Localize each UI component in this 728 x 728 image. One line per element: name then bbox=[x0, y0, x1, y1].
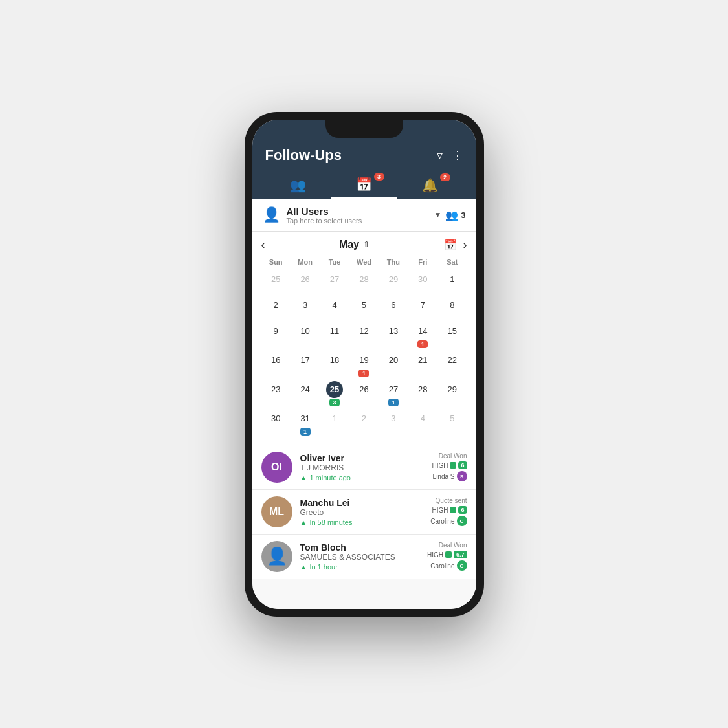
header-actions: ▿ ⋮ bbox=[437, 148, 463, 162]
cal-cell[interactable]: 23 bbox=[261, 380, 291, 408]
cal-cell[interactable]: 7 bbox=[408, 296, 437, 320]
user-name: All Users bbox=[287, 206, 434, 217]
cal-cell[interactable]: 29 bbox=[437, 380, 467, 408]
calendar-badge: 3 bbox=[374, 173, 384, 181]
cal-cell[interactable]: 28 bbox=[349, 270, 379, 294]
bell-icon: 🔔 bbox=[422, 177, 438, 193]
cal-cell[interactable]: 22 bbox=[437, 351, 467, 379]
cal-cell[interactable]: 271 bbox=[379, 380, 408, 408]
cal-cell[interactable]: 2 bbox=[349, 409, 379, 437]
priority-text-oliver: HIGH bbox=[432, 462, 448, 469]
filter-icon[interactable]: ▿ bbox=[437, 148, 443, 162]
user-sub-label: Tap here to select users bbox=[287, 217, 434, 225]
avatar-initials: ML bbox=[269, 506, 284, 518]
cal-week-3: 9 10 11 12 13 141 15 bbox=[261, 322, 467, 349]
tab-bar: 👥 📅 3 🔔 2 bbox=[265, 171, 463, 199]
contacts-list: OI Oliver Iver T J MORRIS ▲ 1 minute ago… bbox=[252, 445, 476, 609]
users-group-icon: 👥 bbox=[445, 209, 458, 221]
time-icon: ▲ bbox=[300, 474, 307, 481]
cal-week-5: 23 24 253 26 271 28 29 bbox=[261, 380, 467, 408]
cal-week-6: 30 311 1 2 3 4 5 bbox=[261, 409, 467, 437]
contact-name-manchu: Manchu Lei bbox=[300, 498, 431, 508]
team-icon: 👥 bbox=[290, 177, 306, 193]
cal-cell[interactable]: 2 bbox=[261, 296, 291, 320]
cal-cell[interactable]: 12 bbox=[349, 322, 379, 349]
avatar-initials: OI bbox=[271, 461, 282, 473]
cal-week-1: 25 26 27 28 29 30 1 bbox=[261, 270, 467, 294]
next-month-button[interactable]: › bbox=[463, 238, 467, 252]
cal-cell[interactable]: 30 bbox=[261, 409, 291, 437]
meta-status-tom: Deal Won bbox=[439, 542, 467, 549]
cal-cell[interactable]: 4 bbox=[408, 409, 437, 437]
cal-cell[interactable]: 4 bbox=[320, 296, 349, 320]
cal-cell[interactable]: 6 bbox=[379, 296, 408, 320]
priority-text-tom: HIGH bbox=[427, 551, 443, 558]
cal-cell[interactable]: 26 bbox=[349, 380, 379, 408]
user-selector-right: ▼ 👥 3 bbox=[434, 209, 465, 221]
calendar-grid: Sun Mon Tue Wed Thu Fri Sat 25 26 27 28 … bbox=[261, 257, 467, 437]
cal-cell[interactable]: 24 bbox=[291, 380, 320, 408]
tab-calendar[interactable]: 📅 3 bbox=[331, 177, 397, 199]
contact-item-manchu[interactable]: ML Manchu Lei Greeto ▲ In 58 minutes Quo… bbox=[252, 490, 476, 535]
time-icon-manchu: ▲ bbox=[300, 518, 307, 526]
cal-cell[interactable]: 5 bbox=[349, 296, 379, 320]
calendar-view-icon[interactable]: 📅 bbox=[444, 239, 457, 251]
cal-cell[interactable]: 191 bbox=[349, 351, 379, 379]
day-tue: Tue bbox=[320, 257, 349, 267]
cal-cell[interactable]: 10 bbox=[291, 322, 320, 349]
contact-details-manchu: Manchu Lei Greeto ▲ In 58 minutes bbox=[300, 498, 431, 526]
cal-cell[interactable]: 8 bbox=[437, 296, 467, 320]
contact-item-oliver[interactable]: OI Oliver Iver T J MORRIS ▲ 1 minute ago… bbox=[252, 445, 476, 490]
notification-badge: 2 bbox=[440, 173, 450, 181]
calendar-icon: 📅 bbox=[356, 177, 372, 192]
meta-score-tom: 6.7 bbox=[454, 551, 467, 558]
user-avatar-icon: 👤 bbox=[263, 206, 280, 223]
month-dropdown-icon[interactable]: ⇧ bbox=[363, 240, 370, 249]
cal-cell[interactable]: 30 bbox=[408, 270, 437, 294]
cal-cell[interactable]: 21 bbox=[408, 351, 437, 379]
more-options-icon[interactable]: ⋮ bbox=[452, 148, 463, 162]
contact-meta-oliver: Deal Won HIGH 6 Linda S S bbox=[432, 452, 467, 481]
cal-cell[interactable]: 11 bbox=[320, 322, 349, 349]
cal-cell[interactable]: 15 bbox=[437, 322, 467, 349]
contact-item-tom[interactable]: 👤 Tom Bloch SAMUELS & ASSOCIATES ▲ In 1 … bbox=[252, 535, 476, 579]
priority-dot-tom bbox=[445, 551, 452, 558]
cal-week-2: 2 3 4 5 6 7 8 bbox=[261, 296, 467, 320]
meta-priority-oliver: HIGH 6 bbox=[432, 461, 467, 469]
cal-cell[interactable]: 27 bbox=[320, 270, 349, 294]
cal-cell[interactable]: 141 bbox=[408, 322, 437, 349]
user-info: All Users Tap here to select users bbox=[287, 206, 434, 225]
contact-avatar-tom: 👤 bbox=[261, 541, 292, 572]
tab-notifications[interactable]: 🔔 2 bbox=[397, 177, 463, 198]
cal-cell[interactable]: 1 bbox=[437, 270, 467, 294]
cal-cell[interactable]: 1 bbox=[320, 409, 349, 437]
tab-team[interactable]: 👥 bbox=[265, 177, 331, 198]
cal-cell[interactable]: 3 bbox=[379, 409, 408, 437]
users-count: 👥 3 bbox=[445, 209, 465, 221]
cal-cell-today[interactable]: 253 bbox=[320, 380, 349, 408]
cal-cell[interactable]: 26 bbox=[291, 270, 320, 294]
cal-cell[interactable]: 311 bbox=[291, 409, 320, 437]
contact-company-oliver: T J MORRIS bbox=[300, 463, 432, 472]
contact-meta-manchu: Quote sent HIGH 6 Caroline C bbox=[430, 497, 467, 526]
cal-cell[interactable]: 17 bbox=[291, 351, 320, 379]
cal-cell[interactable]: 16 bbox=[261, 351, 291, 379]
cal-cell[interactable]: 5 bbox=[437, 409, 467, 437]
contact-avatar-manchu: ML bbox=[261, 496, 292, 527]
cal-cell[interactable]: 13 bbox=[379, 322, 408, 349]
cal-cell[interactable]: 9 bbox=[261, 322, 291, 349]
cal-cell[interactable]: 3 bbox=[291, 296, 320, 320]
cal-cell[interactable]: 20 bbox=[379, 351, 408, 379]
phone-notch bbox=[325, 120, 403, 138]
user-selector[interactable]: 👤 All Users Tap here to select users ▼ 👥… bbox=[252, 199, 476, 232]
phone-frame: Follow-Ups ▿ ⋮ 👥 📅 3 🔔 2 bbox=[245, 112, 484, 617]
cal-cell[interactable]: 25 bbox=[261, 270, 291, 294]
cal-cell[interactable]: 29 bbox=[379, 270, 408, 294]
contact-details-tom: Tom Bloch SAMUELS & ASSOCIATES ▲ In 1 ho… bbox=[300, 542, 427, 571]
assigned-badge-manchu: C bbox=[457, 516, 467, 526]
cal-cell[interactable]: 18 bbox=[320, 351, 349, 379]
priority-dot-oliver bbox=[450, 462, 456, 469]
prev-month-button[interactable]: ‹ bbox=[261, 238, 265, 252]
meta-status-manchu: Quote sent bbox=[436, 497, 467, 504]
cal-cell[interactable]: 28 bbox=[408, 380, 437, 408]
